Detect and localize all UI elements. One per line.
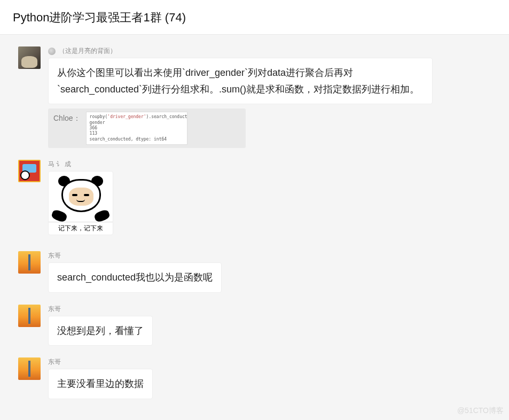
sender-name: 东哥 <box>48 305 61 314</box>
grade-badge-icon <box>48 48 56 55</box>
chat-header: Python进阶学习最强王者1群 (74) <box>0 0 509 35</box>
chat-body[interactable]: （这是月亮的背面） 从你这个图里可以看出来使用`driver_gender`列对… <box>0 35 509 420</box>
chat-message: 马 讠 成 记下来，记下来 <box>0 157 509 238</box>
sticker-message[interactable]: 记下来，记下来 <box>48 171 113 235</box>
avatar[interactable] <box>18 160 41 182</box>
sticker-caption: 记下来，记下来 <box>49 222 113 235</box>
message-bubble[interactable]: 没想到是列，看懂了 <box>48 316 153 346</box>
message-text: search_conducted我也以为是函数呢 <box>57 272 213 283</box>
message-bubble[interactable]: 从你这个图里可以看出来使用`driver_gender`列对data进行聚合后再… <box>48 58 433 104</box>
message-text: 主要没看里边的数据 <box>57 378 144 389</box>
quoted-message[interactable]: Chloe： roupby('driver_gender').search_co… <box>48 108 246 148</box>
sender-name: （这是月亮的背面） <box>59 46 116 56</box>
avatar[interactable] <box>18 46 41 69</box>
sender-line: 东哥 <box>48 305 498 314</box>
message-text: 没想到是列，看懂了 <box>57 325 144 336</box>
sticker-image <box>49 172 113 222</box>
avatar[interactable] <box>18 357 41 380</box>
sender-line: 东哥 <box>48 357 498 367</box>
chat-message: 东哥 search_conducted我也以为是函数呢 <box>0 248 509 296</box>
message-bubble[interactable]: 主要没看里边的数据 <box>48 369 153 399</box>
sender-name: 东哥 <box>48 357 61 367</box>
chat-message: 东哥 没想到是列，看懂了 <box>0 301 509 349</box>
chat-message: 东哥 主要没看里边的数据 <box>0 354 509 402</box>
quoted-sender: Chloe： <box>53 112 81 123</box>
sender-name: 东哥 <box>48 251 61 260</box>
message-bubble[interactable]: search_conducted我也以为是函数呢 <box>48 262 222 293</box>
chat-message: （这是月亮的背面） 从你这个图里可以看出来使用`driver_gender`列对… <box>0 43 509 151</box>
avatar[interactable] <box>18 251 41 274</box>
message-text: 从你这个图里可以看出来使用`driver_gender`列对data进行聚合后再… <box>57 67 419 95</box>
sender-name: 马 讠 成 <box>48 160 71 169</box>
sender-line: （这是月亮的背面） <box>48 46 498 56</box>
sender-line: 马 讠 成 <box>48 160 498 169</box>
chat-title: Python进阶学习最强王者1群 (74) <box>13 10 498 26</box>
avatar[interactable] <box>18 305 41 327</box>
quoted-code-image: roupby('driver_gender').search_conducte … <box>86 112 187 145</box>
sender-line: 东哥 <box>48 251 498 260</box>
